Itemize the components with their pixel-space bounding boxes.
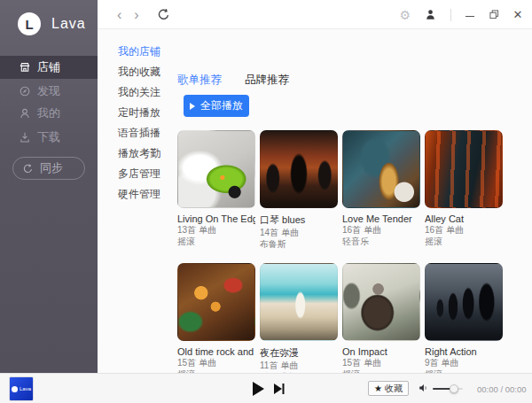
card-genre: 布鲁斯: [260, 238, 338, 250]
playlist-card[interactable]: Alley Cat 16首 单曲 摇滚: [425, 130, 503, 250]
card-title[interactable]: Alley Cat: [425, 213, 503, 224]
card-count: 11首 单曲: [260, 360, 338, 371]
play-triangle-icon: [190, 103, 195, 110]
card-title[interactable]: 口琴 blues: [260, 213, 338, 227]
card-title[interactable]: Living On The Edge: [177, 213, 255, 224]
sidebar-item-label: 发现: [37, 83, 60, 99]
subnav-item-voice-insert[interactable]: 语音插播: [118, 126, 160, 146]
card-title[interactable]: On Impact: [342, 346, 420, 357]
album-cover-bar-toast[interactable]: [177, 263, 255, 341]
thumb-logo-circle-icon: [12, 386, 18, 392]
subnav-item-play-attendance[interactable]: 播放考勤: [118, 146, 160, 167]
volume-knob[interactable]: [450, 384, 458, 393]
playlist-card[interactable]: Living On The Edge 13首 单曲 摇滚: [177, 130, 255, 250]
playlist-card[interactable]: Right Action 9首 单曲 摇滚: [425, 263, 503, 383]
playlist-card[interactable]: On Impact 15首 单曲 摇滚: [342, 263, 420, 383]
restore-button[interactable]: [489, 10, 499, 20]
thumb-brand-label: Lava: [20, 386, 31, 391]
play-all-button[interactable]: 全部播放: [184, 95, 249, 117]
card-genre: 摇滚: [177, 236, 255, 247]
sidebar-item-label: 同步: [40, 160, 63, 176]
sidebar-item-label: 店铺: [37, 59, 60, 75]
tab-playlist-recommend[interactable]: 歌单推荐: [177, 73, 222, 88]
playback-time: 00:00 / 00:00: [477, 384, 526, 394]
play-all-label: 全部播放: [200, 98, 243, 113]
album-cover-cafe-man[interactable]: [342, 263, 420, 341]
playlist-card[interactable]: Love Me Tender 16首 单曲 轻音乐: [342, 130, 420, 250]
volume-icon[interactable]: [418, 382, 430, 398]
card-count: 16首 单曲: [342, 224, 420, 236]
star-icon: ★: [374, 384, 382, 393]
content-tabs: 歌单推荐 品牌推荐: [177, 73, 289, 88]
sidebar-item-label: 下载: [37, 129, 60, 145]
album-cover-band-on-stage[interactable]: [260, 130, 338, 208]
logo-circle-icon: L: [18, 12, 41, 35]
titlebar-divider: [450, 9, 451, 21]
settings-gear-icon[interactable]: ⚙: [399, 8, 411, 22]
card-title[interactable]: 夜在弥漫: [260, 346, 338, 360]
close-button[interactable]: ✕: [512, 10, 523, 20]
tab-brand-recommend[interactable]: 品牌推荐: [245, 73, 289, 88]
subnav-item-multi-store[interactable]: 多店管理: [118, 167, 160, 187]
user-account-icon[interactable]: [424, 8, 437, 21]
subnav-item-my-follows[interactable]: 我的关注: [118, 85, 160, 105]
sidebar-item-mine[interactable]: 我的: [0, 102, 98, 125]
sync-icon: [22, 162, 35, 174]
person-icon: [19, 107, 31, 120]
subnav-item-scheduled-play[interactable]: 定时播放: [118, 105, 160, 126]
titlebar: ‹ › ⚙ ✕: [98, 0, 532, 29]
brand-name: Lava: [51, 16, 86, 32]
minimize-button[interactable]: [465, 10, 475, 20]
card-count: 14首 单曲: [260, 227, 338, 238]
secondary-nav: 我的店铺 我的收藏 我的关注 定时播放 语音插播 播放考勤 多店管理 硬件管理: [118, 44, 160, 207]
favorite-button[interactable]: ★ 收藏: [368, 381, 409, 396]
play-button[interactable]: [251, 381, 265, 400]
subnav-item-hardware[interactable]: 硬件管理: [118, 187, 160, 207]
card-count: 16首 单曲: [425, 224, 503, 236]
favorite-label: 收藏: [385, 383, 403, 395]
playlist-card[interactable]: 夜在弥漫 11首 单曲 融合爵士: [260, 263, 338, 383]
compass-icon: [19, 85, 31, 97]
sidebar-item-label: 我的: [37, 105, 60, 121]
card-title[interactable]: Right Action: [425, 346, 503, 357]
album-cover-beach-boardwalk[interactable]: [260, 263, 338, 341]
sidebar-item-download[interactable]: 下载: [0, 126, 98, 149]
subnav-item-my-shop[interactable]: 我的店铺: [118, 44, 160, 65]
card-genre: 摇滚: [425, 236, 503, 247]
album-cover-neon-alley[interactable]: [425, 130, 503, 208]
card-title[interactable]: Old time rock and roll: [177, 346, 255, 357]
app-logo: L Lava: [18, 12, 86, 35]
app-window: L Lava 店铺 发现 我的 下载: [0, 0, 532, 403]
album-cover-saxophone-player[interactable]: [342, 130, 420, 208]
sidebar-item-discover[interactable]: 发现: [0, 80, 98, 103]
back-icon[interactable]: ‹: [115, 8, 123, 22]
sidebar-item-shop[interactable]: 店铺: [0, 56, 98, 79]
card-count: 15首 单曲: [177, 357, 255, 368]
album-cover-night-runners[interactable]: [425, 263, 503, 341]
forward-icon[interactable]: ›: [132, 8, 140, 22]
card-title[interactable]: Love Me Tender: [342, 213, 420, 224]
now-playing-thumbnail[interactable]: Lava: [9, 376, 34, 401]
shop-icon: [19, 61, 31, 74]
player-bar: Lava ★ 收藏 00:00 / 00:00: [0, 373, 532, 403]
playlist-card[interactable]: 口琴 blues 14首 单曲 布鲁斯: [260, 130, 338, 250]
playlist-card-grid: Living On The Edge 13首 单曲 摇滚 口琴 blues 14…: [177, 130, 503, 383]
volume-slider[interactable]: [433, 388, 463, 390]
playlist-card[interactable]: Old time rock and roll 15首 单曲 摇滚: [177, 263, 255, 383]
card-genre: 轻音乐: [342, 236, 420, 247]
album-cover-green-car-burnout[interactable]: [177, 130, 255, 208]
card-count: 13首 单曲: [177, 224, 255, 236]
sidebar-item-sync[interactable]: 同步: [12, 157, 85, 180]
subnav-item-my-favorites[interactable]: 我的收藏: [118, 65, 160, 85]
sidebar: L Lava 店铺 发现 我的 下载: [0, 0, 98, 373]
card-count: 9首 单曲: [425, 357, 503, 368]
nav-history-controls: ‹ ›: [115, 0, 170, 29]
next-track-button[interactable]: [273, 383, 286, 399]
download-icon: [19, 131, 31, 143]
refresh-icon[interactable]: [157, 8, 170, 21]
card-count: 15首 单曲: [342, 357, 420, 368]
